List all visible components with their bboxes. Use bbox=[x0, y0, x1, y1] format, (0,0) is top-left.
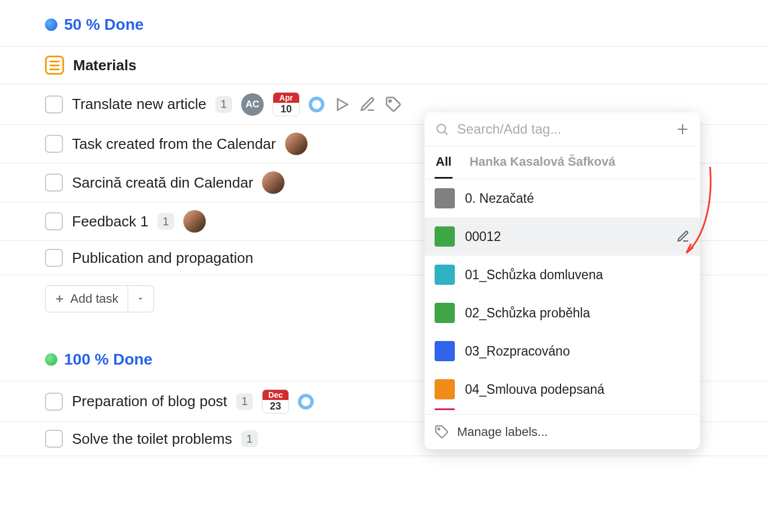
section-header-50[interactable]: 50 % Done bbox=[0, 6, 768, 46]
tag-item[interactable]: 00012 bbox=[424, 217, 700, 256]
tag-item[interactable]: 04_Smlouva podepsaná bbox=[424, 370, 700, 408]
manage-labels-label: Manage labels... bbox=[457, 425, 548, 439]
tag-item[interactable]: 01_Schůzka domluvena bbox=[424, 256, 700, 294]
tag-name: 04_Smlouva podepsaná bbox=[465, 382, 690, 397]
pencil-icon[interactable] bbox=[359, 96, 376, 113]
tag-name: 03_Rozpracováno bbox=[465, 344, 690, 359]
task-title: Sarcină creată din Calendar bbox=[72, 174, 253, 192]
tag-swatch bbox=[435, 303, 455, 323]
task-checkbox[interactable] bbox=[45, 174, 63, 192]
tag-tabs: All Hanka Kasalová Šafková bbox=[424, 147, 700, 179]
add-task-label: Add task bbox=[70, 292, 119, 306]
count-badge: 1 bbox=[215, 96, 232, 113]
add-task-dropdown[interactable] bbox=[128, 285, 154, 312]
plus-icon bbox=[55, 294, 65, 304]
task-checkbox[interactable] bbox=[45, 96, 63, 113]
task-title: Solve the toilet problems bbox=[72, 430, 232, 448]
avatar[interactable] bbox=[285, 133, 308, 155]
svg-marker-0 bbox=[337, 99, 347, 110]
task-checkbox[interactable] bbox=[45, 430, 63, 448]
caret-down-icon bbox=[137, 295, 144, 303]
status-dot-icon bbox=[45, 19, 57, 31]
svg-point-4 bbox=[437, 124, 445, 133]
play-icon[interactable] bbox=[333, 96, 350, 113]
tag-name: 01_Schůzka domluvena bbox=[465, 267, 690, 283]
due-date-badge[interactable]: Apr 10 bbox=[273, 92, 300, 116]
due-date-badge[interactable]: Dec 23 bbox=[262, 389, 289, 413]
tag-tab-user[interactable]: Hanka Kasalová Šafková bbox=[468, 147, 616, 179]
tag-icon[interactable] bbox=[385, 96, 402, 113]
task-title: Publication and propagation bbox=[72, 249, 253, 267]
tag-swatch bbox=[435, 226, 455, 247]
status-dot-icon bbox=[45, 353, 57, 366]
status-ring-icon[interactable] bbox=[298, 394, 314, 410]
materials-title: Materials bbox=[73, 57, 137, 74]
manage-labels-button[interactable]: Manage labels... bbox=[424, 414, 700, 449]
tag-item[interactable]: 02_Schůzka proběhla bbox=[424, 294, 700, 332]
task-checkbox[interactable] bbox=[45, 393, 63, 411]
section-title: 50 % Done bbox=[64, 16, 144, 34]
tag-item[interactable]: 0. Nezačaté bbox=[424, 179, 700, 217]
tag-swatch bbox=[435, 341, 455, 361]
add-task-button[interactable]: Add task bbox=[45, 285, 128, 312]
task-checkbox[interactable] bbox=[45, 135, 63, 153]
due-month: Dec bbox=[263, 390, 288, 400]
section-title: 100 % Done bbox=[64, 351, 152, 369]
pencil-icon[interactable] bbox=[676, 230, 690, 243]
avatar[interactable] bbox=[262, 171, 284, 194]
tag-name: 0. Nezačaté bbox=[465, 191, 690, 206]
tag-swatch bbox=[435, 188, 455, 208]
count-badge: 1 bbox=[236, 393, 253, 410]
tag-item-peek bbox=[424, 408, 700, 414]
task-title: Task created from the Calendar bbox=[72, 135, 276, 153]
count-badge: 1 bbox=[157, 213, 174, 230]
due-month: Apr bbox=[273, 93, 299, 103]
task-title: Translate new article bbox=[72, 96, 206, 113]
tag-popover: All Hanka Kasalová Šafková 0. Nezačaté 0… bbox=[424, 112, 700, 449]
task-checkbox[interactable] bbox=[45, 249, 63, 267]
tag-item[interactable]: 03_Rozpracováno bbox=[424, 332, 700, 370]
avatar[interactable]: AC bbox=[241, 93, 264, 116]
task-title: Feedback 1 bbox=[72, 213, 148, 230]
tag-search-row bbox=[424, 112, 700, 147]
due-day: 10 bbox=[277, 103, 295, 116]
list-doc-icon bbox=[45, 56, 64, 75]
tag-name: 02_Schůzka proběhla bbox=[465, 306, 690, 321]
status-ring-icon[interactable] bbox=[309, 97, 324, 112]
tag-icon bbox=[435, 425, 449, 439]
tag-name: 00012 bbox=[465, 229, 666, 244]
tag-search-input[interactable] bbox=[457, 121, 667, 137]
tag-tab-all[interactable]: All bbox=[435, 147, 453, 179]
search-icon bbox=[435, 122, 449, 137]
tag-swatch bbox=[435, 265, 455, 285]
count-badge: 1 bbox=[241, 430, 258, 447]
due-day: 23 bbox=[266, 400, 284, 413]
task-title: Preparation of blog post bbox=[72, 393, 227, 410]
add-tag-icon[interactable] bbox=[675, 122, 690, 137]
tag-swatch bbox=[435, 379, 455, 399]
svg-point-5 bbox=[438, 428, 440, 430]
materials-row[interactable]: Materials bbox=[0, 46, 768, 84]
avatar[interactable] bbox=[183, 210, 206, 233]
svg-point-1 bbox=[389, 99, 391, 102]
tag-list: 0. Nezačaté 00012 01_Schůzka domluvena 0… bbox=[424, 179, 700, 414]
task-checkbox[interactable] bbox=[45, 212, 63, 230]
